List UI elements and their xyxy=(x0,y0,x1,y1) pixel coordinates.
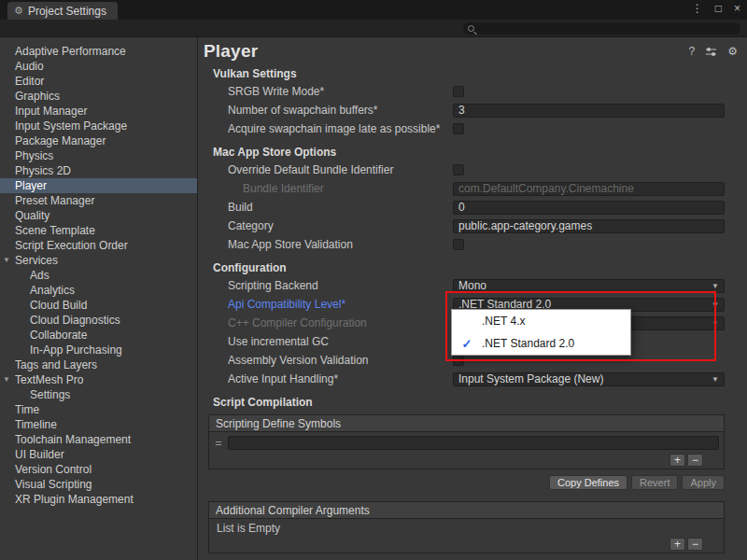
field-label: Number of swapchain buffers* xyxy=(228,104,453,117)
sidebar-item-label: Services xyxy=(15,254,58,267)
sidebar-item-scene-template[interactable]: Scene Template xyxy=(0,223,197,238)
preset-icon[interactable] xyxy=(705,47,717,57)
tab-project-settings[interactable]: ⚙ Project Settings xyxy=(7,2,118,20)
field-label: C++ Compiler Configuration xyxy=(228,316,453,329)
sidebar-item-audio[interactable]: Audio xyxy=(0,59,197,74)
section-configuration: Configuration xyxy=(198,259,747,276)
field-label: Api Compatibility Level* xyxy=(228,298,453,311)
sidebar-item-player[interactable]: Player xyxy=(0,178,197,193)
override-bundle-identifier-checkbox[interactable] xyxy=(453,164,464,175)
sidebar-item-physics[interactable]: Physics xyxy=(0,148,197,163)
drag-handle-icon[interactable]: = xyxy=(214,437,223,450)
window-close-icon[interactable]: × xyxy=(734,2,740,15)
sidebar-item-preset-manager[interactable]: Preset Manager xyxy=(0,193,197,208)
field-label: Category xyxy=(228,219,453,232)
section-script-compilation: Script Compilation xyxy=(198,394,747,411)
row-srgb-write-mode: SRGB Write Mode* xyxy=(198,82,747,101)
scripting-backend-dropdown[interactable]: Mono ▼ xyxy=(453,279,725,293)
list-header: Scripting Define Symbols xyxy=(209,415,724,432)
sidebar-item-in-app-purchasing[interactable]: In-App Purchasing xyxy=(0,343,197,357)
sidebar-item-xr-plugin-management[interactable]: XR Plugin Management xyxy=(0,492,197,507)
category-field[interactable]: public.app-category.games xyxy=(453,219,725,233)
sidebar-item-ads[interactable]: Ads xyxy=(0,268,197,283)
sidebar-item-timeline[interactable]: Timeline xyxy=(0,417,197,432)
window-maximize-icon[interactable]: □ xyxy=(715,2,722,15)
row-scripting-backend: Scripting Backend Mono ▼ xyxy=(198,276,747,295)
sidebar-item-input-manager[interactable]: Input Manager xyxy=(0,104,197,119)
sidebar-item-cloud-diagnostics[interactable]: Cloud Diagnostics xyxy=(0,313,197,328)
row-build: Build 0 xyxy=(198,198,747,217)
field-label: Acquire swapchain image late as possible… xyxy=(228,122,453,135)
chevron-down-icon: ▼ xyxy=(712,301,719,309)
field-label: SRGB Write Mode* xyxy=(228,85,453,98)
sidebar-item-ui-builder[interactable]: UI Builder xyxy=(0,447,197,462)
field-label: Active Input Handling* xyxy=(228,372,453,385)
list-add-remove-controls: + − xyxy=(669,454,703,469)
sidebar-item-services[interactable]: ▼ Services xyxy=(0,253,197,268)
chevron-down-icon: ▼ xyxy=(712,375,719,384)
remove-button[interactable]: − xyxy=(687,538,703,551)
chevron-down-icon: ▼ xyxy=(712,282,719,290)
dropdown-value: Mono xyxy=(458,279,486,292)
row-bundle-identifier: Bundle Identifier com.DefaultCompany.Cin… xyxy=(198,179,747,198)
list-add-remove-controls: + − xyxy=(669,538,703,553)
sidebar-item-visual-scripting[interactable]: Visual Scripting xyxy=(0,477,197,492)
sidebar-item-label: TextMesh Pro xyxy=(15,373,83,386)
window-menu-icon[interactable]: ⋮ xyxy=(692,2,703,15)
sidebar-item-quality[interactable]: Quality xyxy=(0,208,197,223)
list-empty-row: List is Empty xyxy=(209,519,724,538)
sidebar-item-tags-and-layers[interactable]: Tags and Layers xyxy=(0,357,197,372)
apply-button[interactable]: Apply xyxy=(682,475,725,490)
sidebar-item-time[interactable]: Time xyxy=(0,402,197,417)
remove-button[interactable]: − xyxy=(687,454,703,467)
help-icon[interactable]: ? xyxy=(689,45,696,58)
srgb-write-mode-checkbox[interactable] xyxy=(453,86,464,97)
field-label: Override Default Bundle Identifier xyxy=(228,163,453,176)
acquire-swapchain-checkbox[interactable] xyxy=(453,123,464,134)
sidebar-item-adaptive-performance[interactable]: Adaptive Performance xyxy=(0,44,197,59)
add-button[interactable]: + xyxy=(669,454,685,467)
mac-app-store-validation-checkbox[interactable] xyxy=(453,239,464,250)
sidebar-item-editor[interactable]: Editor xyxy=(0,74,197,89)
row-api-compatibility-level: Api Compatibility Level* .NET Standard 2… xyxy=(198,295,747,314)
assembly-version-validation-checkbox[interactable] xyxy=(453,355,464,366)
define-symbol-field[interactable] xyxy=(228,436,719,450)
sidebar-item-analytics[interactable]: Analytics xyxy=(0,283,197,298)
field-label: Assembly Version Validation xyxy=(228,354,453,367)
add-button[interactable]: + xyxy=(669,538,685,551)
sidebar-item-tmp-settings[interactable]: Settings xyxy=(0,387,197,402)
sidebar-item-cloud-build[interactable]: Cloud Build xyxy=(0,298,197,313)
revert-button[interactable]: Revert xyxy=(631,475,678,490)
build-field[interactable]: 0 xyxy=(453,201,725,215)
sidebar-item-toolchain-management[interactable]: Toolchain Management xyxy=(0,432,197,447)
sidebar-item-script-execution-order[interactable]: Script Execution Order xyxy=(0,238,197,253)
sidebar-item-version-control[interactable]: Version Control xyxy=(0,462,197,477)
row-swapchain-buffers: Number of swapchain buffers* 3 xyxy=(198,101,747,119)
search-input[interactable] xyxy=(463,22,740,35)
row-category: Category public.app-category.games xyxy=(198,217,747,235)
sidebar-item-collaborate[interactable]: Collaborate xyxy=(0,328,197,343)
row-acquire-swapchain: Acquire swapchain image late as possible… xyxy=(198,119,747,138)
sidebar-item-textmesh-pro[interactable]: ▼ TextMesh Pro xyxy=(0,372,197,387)
gear-icon[interactable]: ⚙ xyxy=(727,45,738,58)
field-label: Scripting Backend xyxy=(228,279,453,292)
menu-item-net-4x[interactable]: .NET 4.x xyxy=(452,310,630,332)
sidebar-item-input-system-package[interactable]: Input System Package xyxy=(0,119,197,133)
field-label: Mac App Store Validation xyxy=(228,238,453,251)
sidebar-item-physics-2d[interactable]: Physics 2D xyxy=(0,163,197,178)
field-label: Build xyxy=(228,201,453,214)
menu-item-label: .NET Standard 2.0 xyxy=(482,337,574,350)
check-icon: ✓ xyxy=(452,337,482,351)
copy-defines-button[interactable]: Copy Defines xyxy=(549,475,627,490)
menu-item-net-standard-20[interactable]: ✓ .NET Standard 2.0 xyxy=(452,332,630,355)
sidebar-item-graphics[interactable]: Graphics xyxy=(0,89,197,104)
swapchain-buffers-field[interactable]: 3 xyxy=(453,104,725,118)
row-active-input-handling: Active Input Handling* Input System Pack… xyxy=(198,370,747,388)
foldout-open-icon[interactable]: ▼ xyxy=(3,372,10,387)
player-settings-panel: Player ? ⚙ Vulkan Settings SRGB Write Mo… xyxy=(198,37,747,560)
active-input-handling-dropdown[interactable]: Input System Package (New) ▼ xyxy=(453,372,725,386)
foldout-open-icon[interactable]: ▼ xyxy=(3,253,10,268)
settings-category-sidebar: Adaptive Performance Audio Editor Graphi… xyxy=(0,37,198,560)
list-header: Additional Compiler Arguments xyxy=(209,502,724,519)
sidebar-item-package-manager[interactable]: Package Manager xyxy=(0,133,197,148)
